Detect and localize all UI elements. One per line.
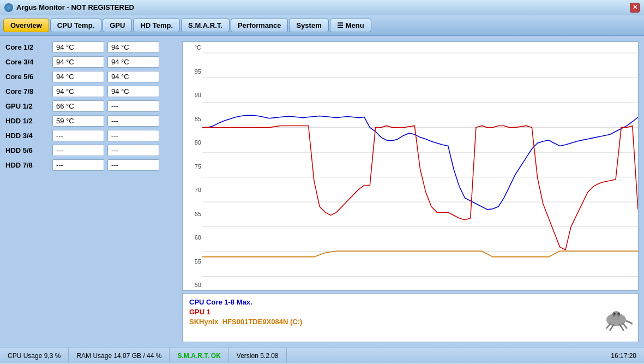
sensor-val-core78-2: 94 °C xyxy=(107,86,159,97)
cpu-line xyxy=(202,115,638,209)
sensor-row-core56: Core 5/6 94 °C 94 °C xyxy=(5,71,174,82)
sensor-label-core78: Core 7/8 xyxy=(5,87,49,96)
svg-line-19 xyxy=(623,323,627,329)
chart-legend: CPU Core 1-8 Max. GPU 1 SKHynix_HFS001TD… xyxy=(182,293,639,342)
status-time: 16:17:20 xyxy=(603,348,644,363)
title-bar: Argus Monitor - NOT REGISTERED ✕ xyxy=(0,0,644,15)
sensor-row-hdd78: HDD 7/8 --- --- xyxy=(5,159,174,171)
status-version: Version 5.2.08 xyxy=(229,348,287,363)
sensor-row-core12: Core 1/2 94 °C 94 °C xyxy=(5,41,174,53)
svg-point-14 xyxy=(614,313,616,315)
main-content: Core 1/2 94 °C 94 °C Core 3/4 94 °C 94 °… xyxy=(0,36,644,348)
sensor-val-hdd34-1: --- xyxy=(52,130,104,141)
sensor-val-hdd56-1: --- xyxy=(52,145,104,156)
right-panel: °C 95 90 85 80 75 70 65 60 55 50 xyxy=(180,36,644,348)
tab-overview[interactable]: Overview xyxy=(3,19,49,32)
status-bar: CPU Usage 9,3 % RAM Usage 14,07 GB / 44 … xyxy=(0,348,644,363)
title-text: Argus Monitor - NOT REGISTERED xyxy=(16,3,134,11)
sensor-val-core78-1: 94 °C xyxy=(52,86,104,97)
tab-menu[interactable]: ☰ Menu xyxy=(330,19,371,32)
sensor-label-gpu12: GPU 1/2 xyxy=(5,102,49,110)
temperature-chart: °C 95 90 85 80 75 70 65 60 55 50 xyxy=(182,41,639,291)
gpu-line xyxy=(202,126,638,250)
lizard-icon xyxy=(600,303,633,336)
sensor-label-core34: Core 3/4 xyxy=(5,58,49,66)
tab-system[interactable]: System xyxy=(289,19,328,32)
tab-smart[interactable]: S.M.A.R.T. xyxy=(181,19,230,32)
sensor-val-hdd78-2: --- xyxy=(107,159,159,171)
sensor-val-core34-1: 94 °C xyxy=(52,56,104,68)
legend-cpu: CPU Core 1-8 Max. xyxy=(189,298,631,306)
sensor-label-hdd56: HDD 5/6 xyxy=(5,146,49,154)
nav-bar: Overview CPU Temp. GPU HD Temp. S.M.A.R.… xyxy=(0,15,644,36)
sensor-label-core12: Core 1/2 xyxy=(5,43,49,51)
sensor-val-core12-2: 94 °C xyxy=(107,41,159,53)
tab-gpu[interactable]: GPU xyxy=(103,19,132,32)
sensor-val-hdd12-2: --- xyxy=(107,115,159,127)
app-icon xyxy=(4,3,13,12)
chart-y-axis: °C 95 90 85 80 75 70 65 60 55 50 xyxy=(183,42,202,290)
menu-icon: ☰ xyxy=(337,21,344,29)
tab-hd-temp[interactable]: HD Temp. xyxy=(133,19,180,32)
left-panel: Core 1/2 94 °C 94 °C Core 3/4 94 °C 94 °… xyxy=(0,36,180,348)
status-smart: S.M.A.R.T. OK xyxy=(170,348,228,363)
sensor-label-hdd78: HDD 7/8 xyxy=(5,161,49,169)
legend-gpu: GPU 1 xyxy=(189,308,631,316)
lizard-svg xyxy=(600,303,633,336)
chart-svg xyxy=(202,42,638,290)
svg-point-15 xyxy=(618,313,620,315)
sensor-label-core56: Core 5/6 xyxy=(5,73,49,81)
sensor-val-core34-2: 94 °C xyxy=(107,56,159,68)
sensor-row-hdd56: HDD 5/6 --- --- xyxy=(5,145,174,156)
sensor-val-gpu12-1: 66 °C xyxy=(52,100,104,112)
sensor-row-hdd12: HDD 1/2 59 °C --- xyxy=(5,115,174,127)
sensor-val-gpu12-2: --- xyxy=(107,100,159,112)
sensor-val-core56-2: 94 °C xyxy=(107,71,159,82)
close-button[interactable]: ✕ xyxy=(630,3,640,13)
title-bar-left: Argus Monitor - NOT REGISTERED xyxy=(4,3,134,12)
sensor-val-core12-1: 94 °C xyxy=(52,41,104,53)
sensor-val-hdd56-2: --- xyxy=(107,145,159,156)
sensor-val-hdd12-1: 59 °C xyxy=(52,115,104,127)
sensor-row-core78: Core 7/8 94 °C 94 °C xyxy=(5,86,174,97)
sensor-val-hdd78-1: --- xyxy=(52,159,104,171)
sensor-label-hdd12: HDD 1/2 xyxy=(5,117,49,125)
tab-cpu-temp[interactable]: CPU Temp. xyxy=(50,19,101,32)
status-cpu-usage: CPU Usage 9,3 % xyxy=(0,348,69,363)
menu-label: Menu xyxy=(346,21,364,29)
chart-svg-area xyxy=(202,42,638,290)
legend-hdd: SKHynix_HFS001TDE9X084N (C:) xyxy=(189,318,631,326)
sensor-val-hdd34-2: --- xyxy=(107,130,159,141)
sensor-row-gpu12: GPU 1/2 66 °C --- xyxy=(5,100,174,112)
sensor-row-core34: Core 3/4 94 °C 94 °C xyxy=(5,56,174,68)
tab-performance[interactable]: Performance xyxy=(231,19,288,32)
sensor-label-hdd34: HDD 3/4 xyxy=(5,132,49,140)
status-ram-usage: RAM Usage 14,07 GB / 44 % xyxy=(69,348,170,363)
sensor-val-core56-1: 94 °C xyxy=(52,71,104,82)
sensor-row-hdd34: HDD 3/4 --- --- xyxy=(5,130,174,141)
